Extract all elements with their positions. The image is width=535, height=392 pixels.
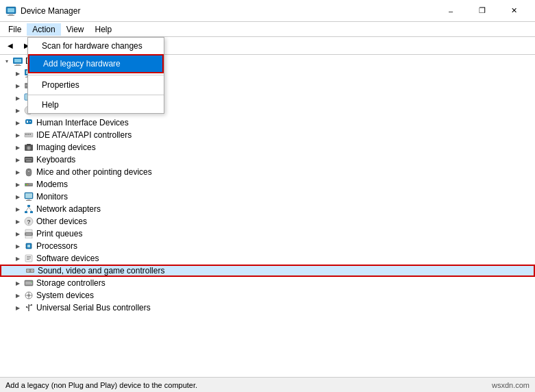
tree-item-system[interactable]: ▶ System devices	[0, 289, 535, 302]
root-chevron: ▾	[1, 56, 12, 66]
svg-rect-50	[29, 184, 32, 184]
tree-item-monitors[interactable]: ▶ Monitors	[0, 191, 535, 203]
software-icon	[23, 253, 34, 264]
imaging-icon	[23, 142, 34, 153]
usb-label: Universal Serial Bus controllers	[36, 303, 151, 313]
sound-label: Sound, video and game controllers	[38, 266, 164, 275]
svg-point-84	[31, 282, 32, 282]
print-label: Print queues	[36, 229, 82, 238]
title-bar: Device Manager – ❐ ✕	[0, 0, 535, 22]
keyboard-chevron: ▶	[12, 154, 23, 165]
tree-item-sound[interactable]: ▶ Sound, video and game controllers	[0, 265, 535, 277]
menu-help-item[interactable]: Help	[28, 97, 164, 113]
close-button[interactable]: ✕	[498, 4, 530, 18]
processors-label: Processors	[36, 241, 77, 251]
svg-rect-12	[14, 65, 21, 66]
svg-rect-67	[27, 245, 30, 247]
svg-rect-55	[27, 205, 30, 207]
network-label: Network adapters	[36, 204, 101, 214]
tree-item-modems[interactable]: ▶ Modems	[0, 178, 535, 191]
keyboard-icon	[23, 154, 34, 165]
imaging-label: Imaging devices	[36, 143, 96, 152]
toolbar-back-button[interactable]: ◀	[3, 39, 18, 53]
other-icon: ?	[23, 216, 34, 227]
svg-point-78	[27, 270, 29, 271]
svg-rect-26	[25, 119, 32, 124]
tree-item-processors[interactable]: ▶ Processors	[0, 240, 535, 252]
svg-rect-81	[25, 280, 33, 286]
svg-rect-57	[30, 211, 33, 213]
tree-item-software[interactable]: ▶ Software devices	[0, 252, 535, 265]
menu-scan-hardware[interactable]: Scan for hardware changes	[28, 38, 164, 54]
app-icon	[5, 5, 16, 16]
svg-rect-53	[27, 199, 30, 200]
svg-rect-71	[32, 247, 32, 247]
ide-icon	[23, 130, 34, 140]
svg-line-58	[26, 207, 29, 211]
svg-rect-75	[27, 259, 29, 260]
svg-rect-56	[25, 211, 27, 213]
tree-item-hid[interactable]: ▶ Human Interface Devices	[0, 117, 535, 129]
minimize-button[interactable]: –	[435, 4, 466, 18]
svg-rect-27	[27, 121, 28, 123]
svg-rect-38	[25, 158, 27, 160]
root-icon	[12, 56, 23, 66]
svg-point-95	[26, 306, 27, 308]
menu-properties[interactable]: Properties	[28, 77, 164, 93]
status-bar: Add a legacy (non Plug and Play) device …	[0, 377, 535, 392]
processors-icon	[23, 241, 34, 252]
modems-icon	[23, 179, 34, 190]
tree-item-print[interactable]: ▶ Print queues	[0, 228, 535, 240]
svg-rect-36	[27, 144, 31, 145]
svg-point-35	[28, 147, 30, 149]
menu-action[interactable]: Action	[27, 23, 60, 36]
storage-icon	[23, 278, 34, 289]
sound-icon	[25, 265, 36, 276]
storage-chevron: ▶	[12, 278, 23, 289]
title-bar-left: Device Manager	[5, 5, 80, 16]
software-label: Software devices	[36, 254, 99, 263]
menu-separator-2	[28, 95, 164, 95]
keyboard-label: Keyboards	[36, 155, 75, 164]
svg-rect-73	[27, 256, 31, 257]
tree-item-keyboard[interactable]: ▶ Keyboards	[0, 154, 535, 166]
imaging-chevron: ▶	[12, 142, 23, 153]
system-icon	[23, 290, 34, 301]
hid-chevron: ▶	[12, 117, 23, 128]
svg-rect-64	[26, 234, 32, 234]
display-chevron: ▶	[12, 93, 23, 103]
modems-label: Modems	[36, 180, 68, 189]
svg-line-59	[29, 207, 32, 211]
svg-rect-37	[25, 157, 33, 162]
menu-help[interactable]: Help	[90, 23, 118, 36]
menu-view[interactable]: View	[61, 23, 90, 36]
svg-point-48	[25, 184, 27, 186]
tree-item-other[interactable]: ▶ ? Other devices	[0, 215, 535, 228]
svg-rect-54	[26, 200, 32, 201]
svg-point-46	[28, 171, 29, 172]
menu-file[interactable]: File	[3, 23, 27, 36]
svg-point-86	[27, 294, 30, 297]
usb-chevron: ▶	[12, 302, 23, 313]
restore-button[interactable]: ❐	[466, 4, 498, 18]
tree-item-network[interactable]: ▶ Network adapters	[0, 203, 535, 215]
other-chevron: ▶	[12, 216, 23, 227]
processors-chevron: ▶	[12, 241, 23, 252]
monitors-chevron: ▶	[12, 191, 23, 202]
mice-label: Mice and other pointing devices	[36, 167, 152, 177]
svg-rect-28	[29, 121, 31, 122]
status-brand: wsxdn.com	[492, 381, 530, 389]
svg-rect-62	[25, 230, 32, 232]
tree-item-imaging[interactable]: ▶ Imaging devices	[0, 141, 535, 154]
tree-item-ide[interactable]: ▶ IDE ATA/ATAPI controllers	[0, 129, 535, 141]
ide-chevron: ▶	[12, 130, 23, 140]
menu-add-legacy[interactable]: Add legacy hardware	[28, 54, 164, 73]
monitors-label: Monitors	[36, 192, 68, 201]
dvd-chevron: ▶	[12, 105, 23, 116]
tree-item-mice[interactable]: ▶ Mice and other pointing devices	[0, 166, 535, 178]
network-icon	[23, 204, 34, 215]
tree-item-usb[interactable]: ▶ Universal Serial Bus controllers	[0, 302, 535, 314]
tree-item-storage[interactable]: ▶ Storage controllers	[0, 277, 535, 289]
menu-bar: File Action View Help Scan for hardware …	[0, 22, 535, 37]
svg-rect-41	[29, 158, 31, 160]
